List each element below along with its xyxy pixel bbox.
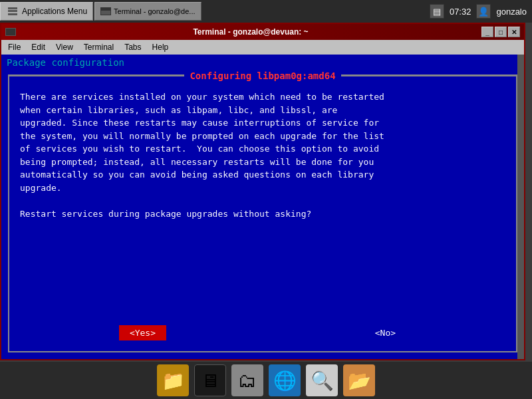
menu-help[interactable]: Help bbox=[148, 41, 173, 53]
dock-icon-folder[interactable]: 📁 bbox=[157, 364, 189, 396]
menu-terminal[interactable]: Terminal bbox=[80, 41, 118, 53]
sys-icon: ▤ bbox=[430, 4, 444, 19]
terminal-titlebar-icon bbox=[5, 28, 16, 36]
scrollbar[interactable] bbox=[517, 55, 524, 359]
dialog-title: Configuring libpam0g:amd64 bbox=[184, 70, 340, 81]
menu-tabs[interactable]: Tabs bbox=[120, 41, 145, 53]
dock-icon-search[interactable]: 🔍 bbox=[306, 364, 338, 396]
window-icon bbox=[100, 7, 111, 15]
dock-icon-folder2[interactable]: 📂 bbox=[343, 364, 375, 396]
maximize-button[interactable]: □ bbox=[495, 27, 507, 37]
taskbar-clock-area: ▤ 07:32 👤 gonzalo bbox=[424, 4, 532, 19]
terminal-title: Terminal - gonzalo@devuan: ~ bbox=[20, 27, 481, 37]
no-button[interactable]: <No> bbox=[364, 325, 406, 340]
menu-view[interactable]: View bbox=[52, 41, 77, 53]
window-controls: _ □ ✕ bbox=[481, 27, 520, 37]
dialog-box: Configuring libpam0g:amd64 There are ser… bbox=[8, 74, 517, 352]
taskbar-top: Applications Menu Terminal - gonzalo@de.… bbox=[0, 0, 532, 23]
window-btn-label: Terminal - gonzalo@de... bbox=[114, 7, 195, 15]
window-taskbar-button[interactable]: Terminal - gonzalo@de... bbox=[94, 2, 201, 21]
dock-icon-files[interactable]: 🗂 bbox=[231, 364, 263, 396]
terminal-content: Package configuration Configuring libpam… bbox=[1, 55, 524, 359]
username-display: gonzalo bbox=[496, 7, 527, 17]
user-icon: 👤 bbox=[476, 4, 491, 19]
dialog-title-row: Configuring libpam0g:amd64 bbox=[9, 69, 516, 82]
terminal-titlebar: Terminal - gonzalo@devuan: ~ _ □ ✕ bbox=[1, 24, 524, 40]
minimize-button[interactable]: _ bbox=[481, 27, 493, 37]
dock-icon-browser[interactable]: 🌐 bbox=[269, 364, 301, 396]
terminal-menubar: File Edit View Terminal Tabs Help bbox=[1, 40, 524, 55]
taskbar-bottom: 📁 🖥 🗂 🌐 🔍 📂 bbox=[0, 362, 532, 399]
close-button[interactable]: ✕ bbox=[508, 27, 520, 37]
clock-display: 07:32 bbox=[450, 7, 471, 17]
dialog-body: There are services installed on your sys… bbox=[9, 82, 516, 317]
dock-icon-terminal[interactable]: 🖥 bbox=[194, 364, 226, 396]
pkg-config-label: Package configuration bbox=[7, 57, 519, 68]
applications-menu-button[interactable]: Applications Menu bbox=[0, 2, 93, 21]
dialog-question: Restart services during package upgrades… bbox=[20, 209, 311, 219]
yes-button[interactable]: <Yes> bbox=[119, 325, 166, 340]
menu-file[interactable]: File bbox=[4, 41, 25, 53]
terminal-window: Terminal - gonzalo@devuan: ~ _ □ ✕ File … bbox=[0, 23, 525, 360]
menu-edit[interactable]: Edit bbox=[27, 41, 49, 53]
app-menu-label: Applications Menu bbox=[22, 7, 87, 16]
dialog-buttons: <Yes> <No> bbox=[9, 317, 516, 351]
menu-icon bbox=[6, 5, 19, 18]
